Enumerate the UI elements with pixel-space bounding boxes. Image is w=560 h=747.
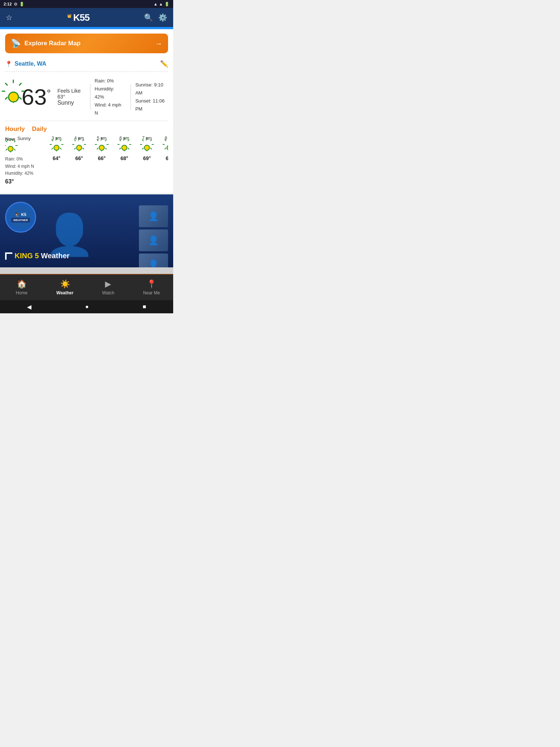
hour-temp-2: 66° [98, 155, 105, 161]
weather-nav-icon: ☀️ [60, 279, 70, 289]
radar-label: Explore Radar Map [24, 40, 81, 47]
divider-2 [131, 84, 131, 110]
status-icon-1: ⊙ [14, 2, 17, 7]
app-logo: 👑 K55 [67, 12, 90, 23]
weather-icon-large [5, 88, 22, 107]
favorite-button[interactable]: ☆ [6, 13, 12, 22]
location-pin-icon: 📍 [5, 61, 12, 67]
nearme-icon: 📍 [147, 279, 156, 289]
now-sun-icon [5, 143, 16, 154]
sunrise-text: Sunrise: 9:10 AM [135, 81, 168, 97]
hour-col-3: 6 pm 68° [113, 136, 136, 185]
nav-item-home[interactable]: 🏠 Home [0, 279, 43, 295]
feels-like-text: Feels Like 63° [57, 88, 85, 100]
search-button[interactable]: 🔍 [144, 13, 153, 22]
weather-nav-label: Weather [57, 290, 74, 295]
wind-stat: Wind: 4 mph N [95, 101, 122, 117]
status-time: 2:12 [4, 2, 12, 6]
radar-arrow-icon: → [155, 39, 162, 48]
now-temp: 63° [5, 178, 14, 185]
location-city[interactable]: Seattle, WA [15, 61, 46, 67]
hour-temp-3: 68° [120, 155, 128, 161]
hour-columns: 3 pm 64°4 pm 66°5 pm 66°6 pm 68°7 pm [45, 136, 168, 185]
wifi-icon: ▲ [153, 2, 158, 6]
gray-divider-strip [0, 267, 173, 274]
recent-button[interactable]: ■ [143, 303, 146, 310]
hour-icon-1 [74, 142, 85, 153]
feels-like-block: Feels Like 63° Sunny [57, 88, 85, 106]
anchor-silhouette: 👤 [44, 211, 94, 258]
nav-item-watch[interactable]: ▶ Watch [87, 279, 130, 295]
watch-label: Watch [102, 290, 114, 295]
forecast-tabs: Hourly Daily [5, 121, 168, 136]
hour-temp-5: 69° [166, 155, 168, 161]
hour-icon-5 [164, 142, 168, 153]
sun-times: Sunrise: 9:10 AM Sunset: 11:06 PM [135, 81, 168, 113]
hour-col-5: 8 pm 69° [158, 136, 168, 185]
radar-banner[interactable]: 📡 Explore Radar Map → [5, 34, 168, 53]
hourly-scroll[interactable]: Now Sunny Rain: 0% Wind: 4 mph N Humidit… [5, 136, 168, 189]
tab-daily[interactable]: Daily [32, 125, 47, 133]
team-title-block: KING 5 Weather [5, 252, 70, 260]
bottom-nav: 🏠 Home ☀️ Weather ▶ Watch 📍 Near Me [0, 274, 173, 300]
location-left: 📍 Seattle, WA [5, 61, 46, 67]
status-right: ▲ ▲ 🔋 [153, 2, 170, 7]
now-column: Now Sunny Rain: 0% Wind: 4 mph N Humidit… [5, 136, 45, 185]
home-button[interactable]: ● [85, 303, 89, 310]
team-photo-3: 👤 [139, 253, 168, 267]
nav-item-nearme[interactable]: 📍 Near Me [130, 279, 173, 295]
k5-weather-label: WEATHER [11, 218, 30, 222]
signal-icon: ▲ [159, 2, 163, 6]
hourly-row: Now Sunny Rain: 0% Wind: 4 mph N Humidit… [5, 136, 168, 185]
sun-circle [8, 92, 19, 102]
hour-icon-4 [141, 142, 152, 153]
divider-1 [90, 84, 90, 110]
home-icon: 🏠 [17, 279, 27, 289]
k5-badge: 🦅 K5 WEATHER [5, 202, 36, 233]
nearme-label: Near Me [143, 290, 160, 295]
main-content: 📡 Explore Radar Map → 📍 Seattle, WA ✏️ [0, 29, 173, 193]
status-bar: 2:12 ⊙ 🔋 ▲ ▲ 🔋 [0, 0, 173, 8]
settings-button[interactable]: ⚙️ [158, 13, 167, 22]
weather-stats: Rain: 0% Humidity: 42% Wind: 4 mph N [95, 77, 122, 117]
hour-temp-0: 64° [52, 155, 60, 161]
current-weather: 63° Feels Like 63° Sunny Rain: 0% Humidi… [5, 72, 168, 121]
hour-icon-0 [51, 142, 62, 153]
location-row: 📍 Seattle, WA ✏️ [5, 58, 168, 72]
hour-temp-4: 69° [143, 155, 151, 161]
now-stats: Rain: 0% Wind: 4 mph N Humidity: 42% [5, 156, 34, 177]
watch-icon: ▶ [105, 279, 111, 289]
hour-col-4: 7 pm 69° [136, 136, 158, 185]
title-corner-icon [5, 252, 12, 260]
team-photos: 👤 👤 👤 [139, 205, 168, 267]
top-nav: ☆ 👑 K55 🔍 ⚙️ [0, 8, 173, 27]
weather-team-banner[interactable]: 🦅 K5 WEATHER 👤 👤 👤 👤 KING 5 Weather [0, 194, 173, 267]
radar-left: 📡 Explore Radar Map [11, 39, 81, 48]
hour-icon-3 [119, 142, 130, 153]
now-condition: Sunny [17, 136, 31, 141]
hour-col-2: 5 pm 66° [90, 136, 113, 185]
hour-col-0: 3 pm 64° [45, 136, 68, 185]
condition-text: Sunny [57, 100, 85, 106]
battery-icon: 🔋 [164, 2, 170, 7]
location-edit-button[interactable]: ✏️ [160, 60, 168, 68]
radar-icon: 📡 [11, 39, 21, 48]
rain-stat: Rain: 0% [95, 77, 122, 85]
status-icon-2: 🔋 [19, 2, 24, 7]
status-left: 2:12 ⊙ 🔋 [4, 2, 24, 7]
temperature-value: 63° [22, 86, 51, 108]
hour-temp-1: 66° [75, 155, 83, 161]
hour-col-1: 4 pm 66° [68, 136, 90, 185]
weather-team-title: KING 5 Weather [15, 252, 70, 260]
team-photo-2: 👤 [139, 229, 168, 251]
hour-icon-2 [96, 142, 107, 153]
sunset-text: Sunset: 11:06 PM [135, 97, 168, 113]
nav-item-weather[interactable]: ☀️ Weather [43, 279, 87, 295]
nav-icons: 🔍 ⚙️ [144, 13, 167, 22]
android-nav: ◀ ● ■ [0, 300, 173, 313]
tab-hourly[interactable]: Hourly [5, 125, 25, 133]
temperature-block: 63° [22, 86, 51, 108]
humidity-stat: Humidity: 42% [95, 85, 122, 101]
home-label: Home [16, 290, 27, 295]
back-button[interactable]: ◀ [27, 303, 31, 310]
